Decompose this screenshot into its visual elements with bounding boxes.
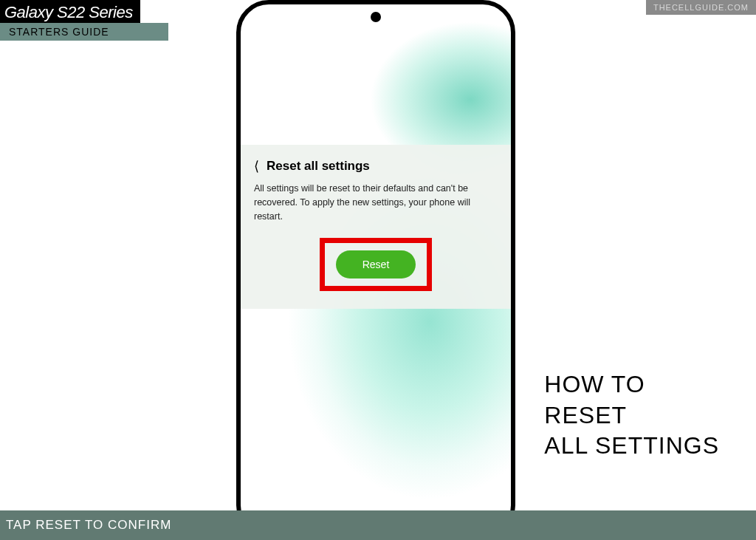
site-watermark: THECELLGUIDE.COM <box>646 0 756 15</box>
reset-button[interactable]: Reset <box>336 250 416 278</box>
panel-description: All settings will be reset to their defa… <box>254 182 498 223</box>
phone-mockup: ⟨ Reset all settings All settings will b… <box>236 0 515 538</box>
howto-title: HOW TO RESET ALL SETTINGS <box>544 369 719 462</box>
howto-line1: HOW TO <box>544 369 719 400</box>
back-arrow-icon[interactable]: ⟨ <box>254 158 259 174</box>
tutorial-highlight-box: Reset <box>320 238 432 291</box>
panel-title: Reset all settings <box>267 159 370 174</box>
phone-volume-button <box>511 111 514 163</box>
phone-camera-punchhole <box>371 12 381 22</box>
step-instruction-footer: TAP RESET TO CONFIRM <box>0 510 756 540</box>
phone-power-button <box>511 177 514 207</box>
howto-line2: RESET <box>544 400 719 431</box>
series-title-banner: Galaxy S22 Series <box>0 0 140 25</box>
howto-line3: ALL SETTINGS <box>544 431 719 462</box>
panel-header-row: ⟨ Reset all settings <box>254 158 498 174</box>
reset-settings-panel: ⟨ Reset all settings All settings will b… <box>241 145 511 309</box>
guide-subtitle-banner: STARTERS GUIDE <box>0 23 168 41</box>
